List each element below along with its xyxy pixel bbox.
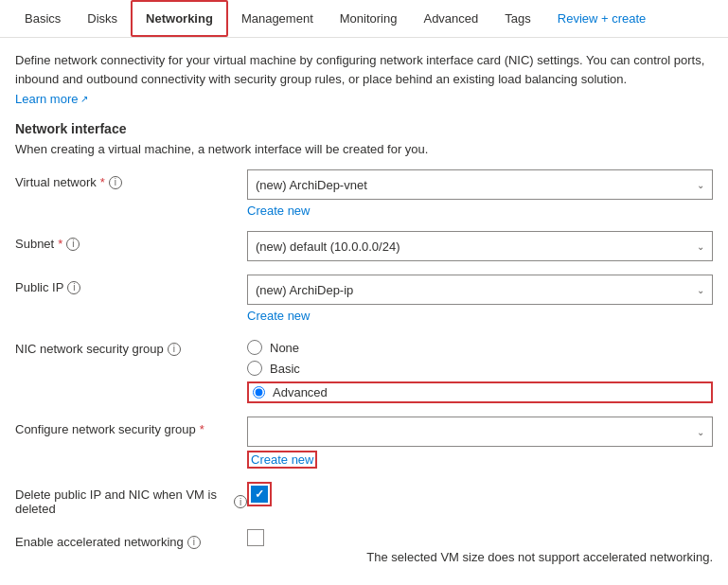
delete-public-ip-row: Delete public IP and NIC when VM is dele… <box>15 482 713 516</box>
subnet-dropdown[interactable]: (new) default (10.0.0.0/24) ⌄ <box>247 231 713 261</box>
nic-nsg-control: None Basic Advanced <box>247 336 713 403</box>
public-ip-control: (new) ArchiDep-ip ⌄ Create new <box>247 275 713 323</box>
public-ip-row: Public IP i (new) ArchiDep-ip ⌄ Create n… <box>15 275 713 323</box>
public-ip-create-new[interactable]: Create new <box>247 309 310 323</box>
page-description: Define network connectivity for your vir… <box>15 51 713 88</box>
radio-basic[interactable]: Basic <box>247 361 713 376</box>
learn-more-link[interactable]: Learn more ↗ <box>15 92 88 106</box>
dropdown-chevron-icon: ⌄ <box>697 285 704 295</box>
nic-nsg-radio-group: None Basic Advanced <box>247 336 713 403</box>
dropdown-chevron-icon: ⌄ <box>697 427 704 437</box>
virtual-network-dropdown[interactable]: (new) ArchiDep-vnet ⌄ <box>247 169 713 200</box>
radio-none-label: None <box>270 341 299 355</box>
accelerated-checkbox-item <box>247 529 713 546</box>
configure-nsg-create-new[interactable]: Create new <box>247 451 317 469</box>
public-ip-label: Public IP i <box>15 275 247 294</box>
external-link-icon: ↗ <box>80 94 88 104</box>
subnet-row: Subnet * i (new) default (10.0.0.0/24) ⌄ <box>15 231 713 261</box>
radio-advanced-label: Advanced <box>273 385 328 399</box>
configure-nsg-dropdown[interactable]: ⌄ <box>247 417 713 447</box>
configure-nsg-label: Configure network security group * <box>15 417 247 436</box>
subnet-value: (new) default (10.0.0.0/24) <box>256 239 697 254</box>
delete-public-ip-label: Delete public IP and NIC when VM is dele… <box>15 482 247 516</box>
section-title: Network interface <box>15 121 713 136</box>
subnet-control: (new) default (10.0.0.0/24) ⌄ <box>247 231 713 261</box>
accelerated-networking-control: The selected VM size does not support ac… <box>247 529 713 564</box>
tab-review-create[interactable]: Review + create <box>544 2 660 35</box>
main-content: Define network connectivity for your vir… <box>0 38 728 585</box>
tab-management[interactable]: Management <box>228 2 327 35</box>
radio-basic-label: Basic <box>270 362 300 376</box>
nic-nsg-info-icon[interactable]: i <box>168 343 181 356</box>
configure-nsg-control: ⌄ Create new <box>247 417 713 469</box>
tab-basics[interactable]: Basics <box>11 2 74 35</box>
nic-nsg-row: NIC network security group i None Basic … <box>15 336 713 403</box>
tab-tags[interactable]: Tags <box>491 2 543 35</box>
delete-ip-checkbox-wrapper <box>247 482 272 506</box>
dropdown-chevron-icon: ⌄ <box>697 241 704 252</box>
virtual-network-info-icon[interactable]: i <box>109 176 122 189</box>
radio-advanced-input[interactable] <box>253 386 265 399</box>
accelerated-networking-note: The selected VM size does not support ac… <box>247 550 713 564</box>
dropdown-chevron-icon: ⌄ <box>697 180 704 190</box>
radio-none-input[interactable] <box>247 340 262 355</box>
nic-nsg-label: NIC network security group i <box>15 336 247 356</box>
learn-more-label: Learn more <box>15 92 78 106</box>
public-ip-info-icon[interactable]: i <box>67 281 80 294</box>
accelerated-networking-label: Enable accelerated networking i <box>15 529 247 549</box>
public-ip-value: (new) ArchiDep-ip <box>256 283 697 297</box>
tab-monitoring[interactable]: Monitoring <box>327 2 411 35</box>
configure-nsg-row: Configure network security group * ⌄ Cre… <box>15 417 713 469</box>
virtual-network-create-new[interactable]: Create new <box>247 204 310 218</box>
tab-advanced[interactable]: Advanced <box>410 2 491 35</box>
virtual-network-control: (new) ArchiDep-vnet ⌄ Create new <box>247 169 713 218</box>
delete-public-ip-info-icon[interactable]: i <box>234 495 247 508</box>
delete-ip-checkbox[interactable] <box>251 486 268 503</box>
radio-none[interactable]: None <box>247 340 713 355</box>
virtual-network-label: Virtual network * i <box>15 169 247 189</box>
accelerated-networking-row: Enable accelerated networking i The sele… <box>15 529 713 564</box>
tab-disks[interactable]: Disks <box>74 2 131 35</box>
tab-networking[interactable]: Networking <box>131 0 228 37</box>
virtual-network-row: Virtual network * i (new) ArchiDep-vnet … <box>15 169 713 218</box>
section-description: When creating a virtual machine, a netwo… <box>15 142 713 156</box>
public-ip-dropdown[interactable]: (new) ArchiDep-ip ⌄ <box>247 275 713 305</box>
delete-public-ip-control <box>247 482 713 506</box>
virtual-network-value: (new) ArchiDep-vnet <box>256 178 697 192</box>
required-marker: * <box>100 175 105 189</box>
radio-basic-input[interactable] <box>247 361 262 376</box>
accelerated-networking-info-icon[interactable]: i <box>187 536 201 549</box>
accelerated-checkbox[interactable] <box>247 529 264 546</box>
required-marker: * <box>58 237 62 251</box>
tab-bar: Basics Disks Networking Management Monit… <box>0 0 728 38</box>
subnet-label: Subnet * i <box>15 231 247 251</box>
subnet-info-icon[interactable]: i <box>66 238 80 251</box>
required-marker: * <box>200 422 204 436</box>
radio-advanced-wrapper: Advanced <box>247 381 713 403</box>
